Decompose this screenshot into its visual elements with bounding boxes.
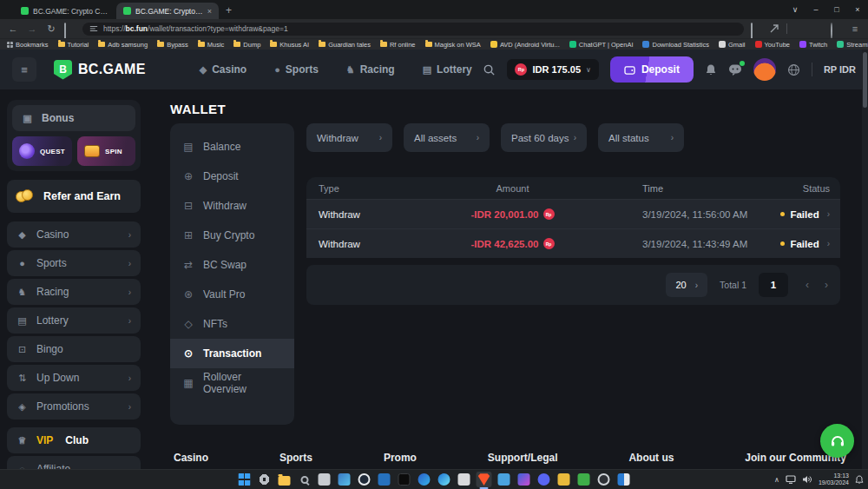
footer-link-about-us[interactable]: About us <box>628 452 674 469</box>
green-doc-app-icon[interactable] <box>576 472 592 487</box>
sidebar-item-vip-club[interactable]: ♕VIPClub <box>7 427 141 453</box>
bookmark-item[interactable]: Music <box>198 41 225 49</box>
wallet-nav-buy-crypto[interactable]: ⊞Buy Crypto <box>170 221 294 250</box>
bookmark-item[interactable]: YouTube <box>755 41 790 49</box>
window-minimize-icon[interactable]: – <box>806 1 826 18</box>
yellow-app-icon[interactable] <box>556 472 572 487</box>
search-icon[interactable] <box>483 63 496 76</box>
filter-assets-dropdown[interactable]: All assets› <box>404 123 490 152</box>
bookmark-item[interactable]: Dump <box>233 41 260 49</box>
window-close-icon[interactable]: × <box>847 1 868 18</box>
clock-app-icon[interactable] <box>357 472 372 487</box>
reload-icon[interactable]: ↻ <box>45 23 57 35</box>
balance-selector[interactable]: Rp IDR 175.05 ∨ <box>507 59 599 80</box>
tray-expand-icon[interactable]: ∧ <box>774 476 779 484</box>
rewards-extension-icon[interactable] <box>794 23 806 35</box>
share-icon[interactable] <box>769 23 779 34</box>
edge-app-icon[interactable] <box>417 472 432 487</box>
prev-page-icon[interactable]: ‹ <box>806 279 809 291</box>
bookmark-item[interactable]: Khusus AI <box>270 41 309 49</box>
obs-icon[interactable] <box>596 472 612 487</box>
sidebar-item-lottery[interactable]: ▤Lottery› <box>7 307 141 334</box>
browser-menu-icon[interactable]: ≡ <box>849 23 861 34</box>
browser-tab-1[interactable]: BC.GAME: Crypto Casino Games & C <box>14 3 116 19</box>
taskbar-clock[interactable]: 13:13 19/03/2024 <box>819 472 849 486</box>
sidebar-panel-icon[interactable] <box>64 23 76 35</box>
blue-tile-app-icon[interactable] <box>616 472 632 487</box>
bookmark-item[interactable]: Rf online <box>380 41 416 49</box>
page-number-input[interactable]: 1 <box>759 273 788 297</box>
photos-app-icon[interactable] <box>337 472 352 487</box>
notes-app-icon[interactable] <box>317 472 332 487</box>
volume-icon[interactable] <box>802 475 812 484</box>
wallet-nav-transaction[interactable]: ⊙Transaction <box>170 339 294 368</box>
sidebar-item-bonus[interactable]: ▣ Bonus <box>12 105 135 131</box>
bookmark-item[interactable]: Guardian tales <box>319 41 371 49</box>
bookmark-item[interactable]: AVD (Android Virtu... <box>490 41 560 49</box>
bcgame-logo[interactable]: B BC.GAME <box>54 60 146 80</box>
nav-racing[interactable]: ♞Racing <box>346 63 395 76</box>
wallet-nav-withdraw[interactable]: ⊟Withdraw <box>170 191 294 221</box>
sidebar-item-casino[interactable]: ◆Casino› <box>7 221 141 248</box>
filter-type-dropdown[interactable]: Withdraw› <box>306 123 392 152</box>
bookmark-item[interactable]: Streamlabs <box>837 41 868 49</box>
bcgame-extension-icon[interactable] <box>812 23 824 35</box>
bookmark-item[interactable]: Tutorial <box>58 41 89 49</box>
wallet-nav-rollover-overview[interactable]: ▦Rollover Overview <box>170 368 294 398</box>
start-button[interactable] <box>237 472 253 487</box>
window-maximize-icon[interactable]: □ <box>826 1 847 18</box>
url-bar[interactable]: https://bc.fun/wallet/transaction?type=w… <box>82 23 744 36</box>
language-globe-icon[interactable] <box>787 63 800 76</box>
sidebar-item-bingo[interactable]: ⊡Bingo <box>7 336 141 362</box>
next-page-icon[interactable]: › <box>825 279 828 291</box>
tab-close-icon[interactable]: × <box>207 7 212 16</box>
site-settings-icon[interactable] <box>89 24 98 33</box>
user-avatar[interactable] <box>753 58 776 81</box>
wallet-nav-bc-swap[interactable]: ⇄BC Swap <box>170 250 294 280</box>
notifications-bell-icon[interactable] <box>705 63 717 76</box>
bookmark-item[interactable]: Download Statistics <box>642 41 708 49</box>
movie-app-icon[interactable] <box>457 472 472 487</box>
live-support-button[interactable] <box>820 424 854 458</box>
footer-link-casino[interactable]: Casino <box>174 452 208 469</box>
blue-app-icon[interactable] <box>437 472 452 487</box>
deposit-button[interactable]: Deposit <box>610 56 694 83</box>
profile-icon[interactable] <box>831 23 842 35</box>
settings-icon[interactable] <box>257 472 273 487</box>
brave-browser-icon[interactable] <box>477 472 492 487</box>
nav-sports[interactable]: ●Sports <box>274 63 319 76</box>
media-app-icon[interactable] <box>496 472 512 487</box>
forward-icon[interactable]: → <box>26 23 38 34</box>
table-row[interactable]: Withdraw -IDR 20,001.00Rp 3/19/2024, 11:… <box>306 199 840 228</box>
sidebar-item-updown[interactable]: ⇅Up Down› <box>7 365 141 391</box>
search-app-icon[interactable] <box>297 472 312 487</box>
terminal-icon[interactable] <box>397 472 412 487</box>
hamburger-menu-icon[interactable]: ≡ <box>12 57 36 82</box>
table-row[interactable]: Withdraw -IDR 42,625.00Rp 3/19/2024, 11:… <box>306 228 840 258</box>
refer-and-earn-button[interactable]: Refer and Earn <box>7 180 141 213</box>
spin-button[interactable]: SPIN <box>77 136 135 166</box>
file-explorer-icon[interactable] <box>277 472 293 487</box>
chat-icon-wrap[interactable] <box>728 63 742 76</box>
page-scrollbar[interactable] <box>862 50 868 469</box>
network-display-icon[interactable] <box>786 475 796 484</box>
sidebar-item-affiliate[interactable]: ◌Affiliate <box>7 456 141 469</box>
sidebar-item-racing[interactable]: ♞Racing› <box>7 279 141 305</box>
discord-icon[interactable] <box>536 472 552 487</box>
nav-lottery[interactable]: ▤Lottery <box>423 63 472 76</box>
notification-center-icon[interactable] <box>855 475 864 485</box>
powershell-icon[interactable] <box>377 472 392 487</box>
wallet-nav-deposit[interactable]: ⊕Deposit <box>170 162 294 191</box>
quest-button[interactable]: QUEST <box>12 136 72 166</box>
reading-list-icon[interactable] <box>751 23 762 35</box>
wallet-nav-nfts[interactable]: ◇NFTs <box>170 309 294 339</box>
bookmark-item[interactable]: Adb samsung <box>98 41 148 49</box>
bookmark-item[interactable]: Magisk on WSA <box>425 41 481 49</box>
sidebar-item-sports[interactable]: ●Sports› <box>7 250 141 276</box>
filter-status-dropdown[interactable]: All status› <box>598 123 684 152</box>
bookmark-item[interactable]: Bookmarks <box>7 41 49 49</box>
wallet-nav-vault-pro[interactable]: ⊛Vault Pro <box>170 280 294 309</box>
filter-date-dropdown[interactable]: Past 60 days› <box>501 123 587 152</box>
bookmark-item[interactable]: Bypass <box>157 41 188 49</box>
footer-link-sports[interactable]: Sports <box>279 452 312 469</box>
